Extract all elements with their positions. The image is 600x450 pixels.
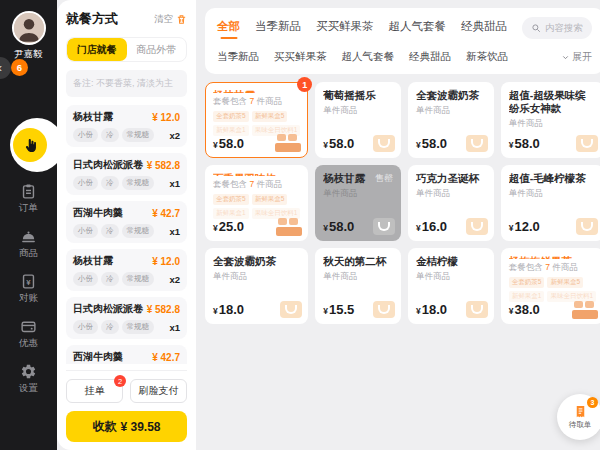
- price-amount: 58.0: [219, 136, 244, 151]
- expand-label: 展开: [572, 50, 592, 64]
- order-note-input[interactable]: 备注: 不要香菜, 清淡为主: [66, 70, 187, 97]
- avatar[interactable]: [12, 11, 46, 45]
- face-pay-button[interactable]: 刷脸支付: [130, 379, 187, 403]
- notification-badge: 6: [11, 59, 28, 76]
- combo-sub-prefix: 套餐包含: [213, 96, 249, 106]
- product-card[interactable]: 超值-超级果味缤纷乐女神款单件商品¥58.0: [501, 82, 600, 158]
- cashier-mode-button[interactable]: [13, 128, 47, 162]
- sidebar-item-label: 对账: [19, 292, 38, 305]
- product-subtitle: 单件商品: [416, 105, 486, 117]
- category-tab[interactable]: 全部: [217, 19, 240, 37]
- cart-item[interactable]: 日式肉松派派卷¥ 582.8小份冷常规糖x1: [66, 153, 187, 195]
- cart-tab-takeout[interactable]: 商品外带: [127, 38, 187, 61]
- sidebar-item-label: 订单: [19, 202, 38, 215]
- currency-symbol: ¥: [213, 223, 218, 233]
- sidebar-item-products[interactable]: 商品: [19, 228, 38, 260]
- cart-item-detail: 小份冷常规糖x1: [73, 176, 180, 190]
- cart-item[interactable]: 杨枝甘露¥ 12.0小份冷常规糖x2: [66, 249, 187, 291]
- cart-tab-dine-in[interactable]: 门店就餐: [67, 38, 127, 61]
- product-card[interactable]: 全套波霸奶茶单件商品¥18.0: [205, 248, 308, 324]
- product-subtitle: 套餐包含 7 件商品: [213, 96, 300, 108]
- cart-item[interactable]: 西湖牛肉羹¥ 42.7小份冷常规糖x1: [66, 345, 187, 364]
- category-tab[interactable]: 超人气套餐: [389, 19, 447, 37]
- cart-item-detail: 小份冷常规糖x1: [73, 320, 180, 334]
- cart-panel: 就餐方式 清空 门店就餐商品外带 备注: 不要香菜, 清淡为主 杨枝甘露¥ 12…: [57, 0, 196, 450]
- product-name: 葡萄摇摇乐: [323, 89, 393, 102]
- checkout-button[interactable]: 收款 ¥ 39.58: [66, 411, 187, 442]
- cart-item-header: 日式肉松派派卷¥ 582.8: [73, 302, 180, 316]
- sidebar-item-orders[interactable]: 订单: [19, 183, 38, 215]
- cart-item-tag: 小份: [73, 272, 98, 286]
- category-tab[interactable]: 买买鲜果茶: [316, 19, 374, 37]
- category-chip[interactable]: 买买鲜果茶: [274, 50, 327, 64]
- product-qty-badge: 1: [297, 77, 312, 92]
- cart-item[interactable]: 日式肉松派派卷¥ 582.8小份冷常规糖x1: [66, 297, 187, 339]
- category-chip[interactable]: 超人气套餐: [342, 50, 395, 64]
- currency-symbol: ¥: [323, 140, 328, 150]
- category-chip[interactable]: 新茶饮品: [466, 50, 508, 64]
- category-tab[interactable]: 经典甜品: [461, 19, 507, 37]
- product-card[interactable]: 巧克力圣诞杯单件商品¥16.0: [408, 165, 494, 241]
- price-amount: 25.0: [219, 219, 244, 234]
- product-card[interactable]: 金桔柠檬单件商品¥18.0: [408, 248, 494, 324]
- cart-item-tag: 冷: [101, 320, 119, 334]
- product-name: 秋天的第二杯: [323, 255, 393, 268]
- product-card[interactable]: 全套波霸奶茶单件商品¥58.0: [408, 82, 494, 158]
- search-placeholder: 内容搜索: [545, 22, 583, 35]
- category-tab[interactable]: 当季新品: [255, 19, 301, 37]
- product-card[interactable]: 杨梅梅鲜果茶套餐包含 7 件商品全套奶茶5新鲜果盒5新鲜果盒1果味全日饮料1¥3…: [501, 248, 600, 324]
- product-card[interactable]: 秋天的第二杯单件商品¥15.5: [315, 248, 401, 324]
- pending-pickup-button[interactable]: 待取单 3: [557, 394, 600, 440]
- price-amount: 18.0: [422, 302, 447, 317]
- pending-pickup-badge: 3: [587, 397, 598, 408]
- currency-symbol: ¥: [509, 140, 514, 150]
- sidebar-item-discounts[interactable]: 优惠: [19, 318, 38, 350]
- combo-tag: 新鲜果盒5: [547, 277, 583, 288]
- price-amount: 18.0: [219, 302, 244, 317]
- expand-button[interactable]: 展开: [561, 50, 592, 64]
- cart-item-name: 杨枝甘露: [73, 254, 113, 268]
- collapse-handle[interactable]: ‹: [0, 57, 11, 79]
- cart-item-tag: 常规糖: [122, 320, 155, 334]
- combo-sub-suffix: 件商品: [254, 179, 282, 189]
- cart-item[interactable]: 杨枝甘露¥ 12.0小份冷常规糖x2: [66, 105, 187, 147]
- wallet-icon: [20, 318, 37, 335]
- cart-item[interactable]: 西湖牛肉羹¥ 42.7小份冷常规糖x1: [66, 201, 187, 243]
- sidebar-item-settings[interactable]: 设置: [19, 363, 38, 395]
- checkout-amount: ¥ 39.58: [120, 420, 160, 434]
- cloche-icon: [20, 228, 37, 245]
- cart-item-tags: 小份冷常规糖: [73, 272, 154, 286]
- product-card[interactable]: 百香果双响炮套餐包含 7 件商品全套奶茶5新鲜果盒5新鲜果盒1果味全日饮料1¥2…: [205, 165, 308, 241]
- product-grid: 1杨枝甘露套餐包含 7 件商品全套奶茶5新鲜果盒5新鲜果盒1果味全日饮料1¥58…: [205, 82, 600, 324]
- combo-tag: 新鲜果盒5: [252, 194, 288, 205]
- combo-package-icon: [275, 134, 301, 152]
- price-amount: 58.0: [514, 136, 539, 151]
- product-subtitle: 套餐包含 7 件商品: [213, 179, 300, 191]
- combo-tag: 全套奶茶5: [213, 111, 249, 122]
- cart-item-tag: 冷: [101, 128, 119, 142]
- cart-item-tag: 小份: [73, 320, 98, 334]
- product-card[interactable]: 超值-毛峰柠檬茶单件商品¥12.0: [501, 165, 600, 241]
- clear-cart-button[interactable]: 清空: [154, 13, 187, 26]
- currency-symbol: ¥: [213, 306, 218, 316]
- category-chip[interactable]: 当季新品: [217, 50, 259, 64]
- price-amount: 58.0: [329, 219, 354, 234]
- combo-package-icon: [572, 301, 598, 319]
- search-input[interactable]: 内容搜索: [522, 17, 592, 39]
- currency-symbol: ¥: [416, 223, 421, 233]
- sidebar-item-reconcile[interactable]: ¥对账: [19, 273, 38, 305]
- cart-item-tag: 常规糖: [122, 128, 155, 142]
- cart-item-detail: 小份冷常规糖x1: [73, 224, 180, 238]
- product-name: 百香果双响炮: [213, 172, 300, 176]
- product-card[interactable]: 葡萄摇摇乐单件商品¥58.0: [315, 82, 401, 158]
- product-card[interactable]: 1杨枝甘露套餐包含 7 件商品全套奶茶5新鲜果盒5新鲜果盒1果味全日饮料1¥58…: [205, 82, 308, 158]
- product-name: 全套波霸奶茶: [416, 89, 486, 102]
- cart-item-qty: x1: [169, 178, 180, 189]
- avatar-photo: [14, 13, 44, 43]
- product-card[interactable]: 售罄杨枝甘露单件商品¥58.0: [315, 165, 401, 241]
- cart-header: 就餐方式 清空: [66, 10, 187, 28]
- hold-order-button[interactable]: 挂单 2: [66, 379, 123, 403]
- category-chip[interactable]: 经典甜品: [409, 50, 451, 64]
- cart-item-tag: 冷: [101, 224, 119, 238]
- sidebar-item-label: 优惠: [19, 337, 38, 350]
